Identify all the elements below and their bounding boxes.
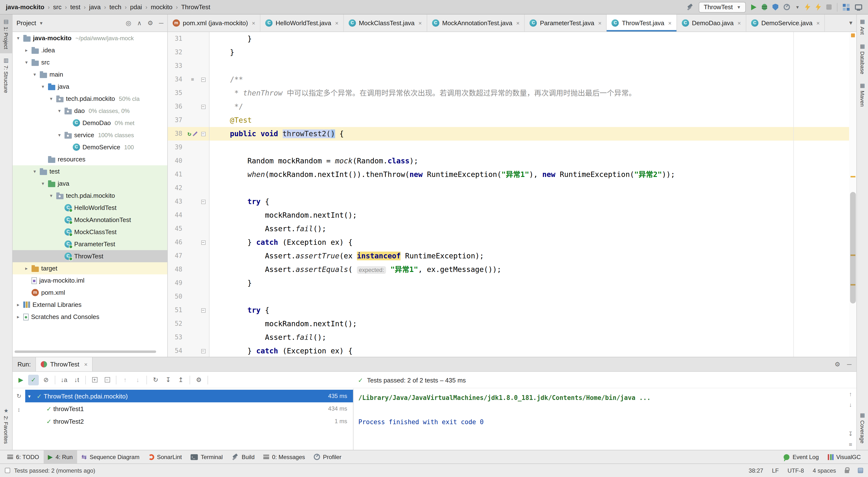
tab-list-chevron-icon[interactable]: ▼	[848, 20, 854, 26]
tool-button-database[interactable]: ▦Database	[857, 39, 868, 78]
code-line[interactable]: 46− } catch (Exception ex) {	[168, 235, 856, 249]
test-tree-item[interactable]: ▾✓ThrowTest (tech.pdai.mockito)435 ms	[25, 390, 353, 402]
code-line[interactable]: 39	[168, 140, 856, 154]
code-line[interactable]: 50	[168, 290, 856, 304]
project-tree-item[interactable]: ▾tech.pdai.mockito	[12, 190, 167, 202]
project-tree-item[interactable]: ▾service100% classes	[12, 129, 167, 141]
close-tab-icon[interactable]: ×	[738, 20, 741, 26]
warning-mark[interactable]	[850, 176, 856, 178]
status-widget[interactable]: 4 spaces	[813, 467, 836, 474]
editor[interactable]: 31 }32 }3334≡− /**35 * thenThrow 中可以指定多个…	[168, 32, 856, 357]
settings-icon[interactable]: ⚙	[835, 361, 840, 368]
tool-window-button-build[interactable]: Build	[227, 450, 259, 464]
run-console[interactable]: /Library/Java/JavaVirtualMachines/jdk1.8…	[353, 389, 845, 450]
code-line[interactable]: 51− try {	[168, 304, 856, 317]
code-line[interactable]: 44 mockRandom.nextInt();	[168, 209, 856, 222]
fold-marker-icon[interactable]: −	[200, 199, 207, 204]
project-tree-item[interactable]: ▾tech.pdai.mockito50% cla	[12, 93, 167, 105]
code-line[interactable]: 37 @Test	[168, 114, 856, 127]
breadcrumb-item[interactable]: src	[53, 3, 62, 11]
tool-window-button-eventlog[interactable]: Event Log	[779, 450, 823, 464]
show-passed-icon[interactable]: ✓	[28, 375, 39, 385]
project-tree-item[interactable]: ▾java	[12, 81, 167, 93]
highlighting-level-icon[interactable]	[858, 468, 863, 473]
code-line[interactable]: 53 Assert.fail();	[168, 330, 856, 344]
fold-marker-icon[interactable]: −	[200, 240, 207, 245]
scroll-to-end-icon[interactable]: ↧	[848, 431, 853, 437]
code-line[interactable]: 38↻− public void throwTest2() {	[168, 127, 856, 140]
editor-scrollbar-thumb[interactable]	[850, 192, 856, 304]
test-settings-icon[interactable]: ⚙	[193, 375, 204, 385]
stop-button[interactable]	[826, 4, 832, 10]
fold-marker-icon[interactable]: −	[200, 77, 207, 82]
close-tab-icon[interactable]: ×	[418, 20, 422, 26]
close-tab-icon[interactable]: ×	[668, 20, 672, 26]
chevron-down-icon[interactable]: ▼	[795, 5, 800, 9]
import-test-results-icon[interactable]: ↧	[163, 375, 174, 385]
editor-tab[interactable]: HelloWorldTest.java×	[261, 14, 344, 32]
project-tree-item[interactable]: HelloWorldTest	[12, 202, 167, 214]
project-tree-item[interactable]: ▸.idea	[12, 44, 167, 56]
rerun-icon[interactable]: ↻	[17, 393, 21, 400]
structure-tool-button[interactable]: ▥7: Structure	[0, 54, 12, 98]
project-tree-item[interactable]: resources	[12, 153, 167, 165]
tool-window-button-sonarlint[interactable]: SonarLint	[144, 450, 186, 464]
presentation-mode-icon[interactable]	[855, 4, 862, 10]
project-tree-item[interactable]: ▾src	[12, 56, 167, 68]
code-line[interactable]: 40 Random mockRandom = mock(Random.class…	[168, 154, 856, 168]
sort-alphabetically-icon[interactable]: ↓a	[59, 375, 69, 385]
project-tree-item[interactable]: MockAnnotationTest	[12, 214, 167, 226]
editor-tab[interactable]: ThrowTest.java×	[607, 14, 677, 32]
profiler-button[interactable]	[784, 4, 790, 10]
close-tab-icon[interactable]: ×	[252, 20, 255, 26]
project-tree-item[interactable]: ParameterTest	[12, 238, 167, 250]
code-line[interactable]: 43− try {	[168, 195, 856, 209]
fold-marker-icon[interactable]: −	[200, 132, 207, 136]
editor-tab[interactable]: ParameterTest.java×	[525, 14, 607, 32]
project-tree-item[interactable]: ▸External Libraries	[12, 298, 167, 311]
tool-window-button-todo[interactable]: 6: TODO	[3, 450, 43, 464]
tool-button-maven[interactable]: ▦Maven	[857, 78, 868, 111]
close-icon[interactable]: ×	[84, 361, 88, 368]
editor-tab[interactable]: DemoService.java×	[746, 14, 825, 32]
status-widget[interactable]: 38:27	[749, 467, 763, 474]
show-ignored-icon[interactable]: ⊘	[41, 375, 52, 385]
close-tab-icon[interactable]: ×	[335, 20, 338, 26]
locate-file-icon[interactable]: ◎	[126, 20, 131, 27]
tool-window-button-visualgc[interactable]: VisualGC	[823, 450, 865, 464]
run-tab[interactable]: ThrowTest ×	[36, 357, 93, 371]
tool-button-ant[interactable]: ▦Ant	[857, 14, 868, 39]
code-line[interactable]: 54− } catch (Exception ex) {	[168, 344, 856, 357]
tool-window-button-sequence[interactable]: ⇆Sequence Diagram	[77, 450, 144, 464]
comment-marker-icon[interactable]: ≡	[191, 73, 194, 86]
close-tab-icon[interactable]: ×	[598, 20, 601, 26]
tool-window-button-messages[interactable]: 0: Messages	[259, 450, 309, 464]
debug-button[interactable]	[762, 4, 767, 10]
project-tree-item[interactable]: java-mockito.iml	[12, 274, 167, 286]
breadcrumb-item[interactable]: tech	[110, 3, 121, 11]
code-line[interactable]: 45 Assert.fail();	[168, 222, 856, 235]
scroll-down-icon[interactable]: ↓	[849, 402, 852, 408]
editor-tab[interactable]: MockClassTest.java×	[344, 14, 427, 32]
code-line[interactable]: 47 Assert.assertTrue(ex instanceof Runti…	[168, 249, 856, 263]
fold-marker-icon[interactable]: −	[200, 349, 207, 353]
breadcrumb-item[interactable]: mockito	[151, 3, 173, 11]
scroll-navigation-icon[interactable]: ↕	[18, 406, 20, 413]
hide-panel-icon[interactable]: ─	[159, 20, 163, 27]
project-tree-item[interactable]: ▸Scratches and Consoles	[12, 311, 167, 323]
code-line[interactable]: 48 Assert.assertEquals( expected: "异常1",…	[168, 263, 856, 276]
project-tree-item[interactable]: ▾test	[12, 165, 167, 178]
editor-tab[interactable]: pom.xml (java-mockito)×	[168, 14, 261, 32]
sort-by-duration-icon[interactable]: ↓t	[71, 375, 82, 385]
close-tab-icon[interactable]: ×	[816, 20, 820, 26]
breadcrumb-item[interactable]: pdai	[130, 3, 142, 11]
code-line[interactable]: 33	[168, 59, 856, 73]
rerun-tests-icon[interactable]: ▶	[16, 375, 26, 385]
expand-all-icon[interactable]: +	[89, 375, 100, 385]
code-line[interactable]: 32 }	[168, 45, 856, 59]
project-tree-item[interactable]: ▾dao0% classes, 0%	[12, 105, 167, 117]
project-tool-button[interactable]: ▤1: Project	[0, 14, 12, 54]
editor-tab[interactable]: DemoDao.java×	[677, 14, 746, 32]
run-button[interactable]	[751, 4, 756, 10]
breadcrumb-item[interactable]: java-mockito	[6, 3, 44, 11]
